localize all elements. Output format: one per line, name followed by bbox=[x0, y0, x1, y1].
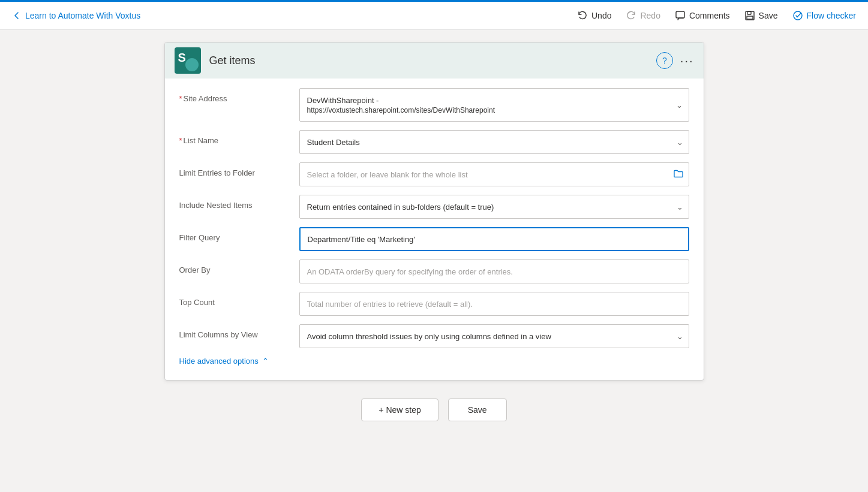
limit-columns-wrapper: Avoid column threshold issues by only us… bbox=[299, 324, 689, 348]
undo-icon bbox=[577, 10, 588, 21]
list-name-wrapper: Student Details ⌄ bbox=[299, 130, 689, 154]
include-nested-select[interactable]: Return entries contained in sub-folders … bbox=[299, 195, 689, 219]
redo-label: Redo bbox=[640, 11, 660, 20]
limit-entries-control bbox=[299, 162, 689, 186]
flow-checker-button[interactable]: Flow checker bbox=[792, 10, 856, 21]
back-icon bbox=[12, 11, 22, 20]
top-count-label: Top Count bbox=[179, 292, 299, 307]
include-nested-label: Include Nested Items bbox=[179, 195, 299, 210]
save-icon bbox=[744, 10, 755, 21]
svg-rect-2 bbox=[747, 11, 751, 14]
site-address-chevron-icon: ⌄ bbox=[676, 101, 683, 110]
site-address-row: *Site Address DevWithSharepoint - https:… bbox=[179, 88, 689, 122]
comments-icon bbox=[675, 10, 686, 21]
limit-columns-label: Limit Columns by View bbox=[179, 324, 299, 339]
limit-entries-input[interactable] bbox=[299, 162, 689, 186]
more-icon: ··· bbox=[680, 54, 694, 67]
svg-rect-3 bbox=[747, 16, 753, 19]
card-header: S Get items ? ··· bbox=[165, 43, 704, 79]
undo-button[interactable]: Undo bbox=[577, 10, 611, 21]
redo-icon bbox=[626, 10, 636, 21]
save-button-bottom[interactable]: Save bbox=[448, 399, 507, 421]
save-button-top[interactable]: Save bbox=[744, 10, 778, 21]
limit-columns-row: Limit Columns by View Avoid column thres… bbox=[179, 324, 689, 348]
card-title: Get items bbox=[209, 55, 656, 67]
top-count-row: Top Count bbox=[179, 292, 689, 316]
back-button[interactable]: Learn to Automate With Voxtus bbox=[12, 11, 140, 20]
filter-query-label: Filter Query bbox=[179, 227, 299, 242]
filter-query-row: Filter Query bbox=[179, 227, 689, 251]
limit-entries-row: Limit Entries to Folder bbox=[179, 162, 689, 186]
order-by-control bbox=[299, 259, 689, 283]
icon-letter: S bbox=[178, 51, 186, 65]
top-count-input[interactable] bbox=[299, 292, 689, 316]
order-by-row: Order By bbox=[179, 259, 689, 283]
card-icon: S bbox=[175, 47, 201, 74]
help-button[interactable]: ? bbox=[656, 52, 673, 69]
limit-entries-label: Limit Entries to Folder bbox=[179, 162, 299, 177]
list-name-label: *List Name bbox=[179, 130, 299, 145]
save-label-top: Save bbox=[759, 11, 778, 20]
hide-advanced-chevron-icon: ⌃ bbox=[262, 357, 269, 366]
include-nested-control: Return entries contained in sub-folders … bbox=[299, 195, 689, 219]
top-count-control bbox=[299, 292, 689, 316]
app-title: Learn to Automate With Voxtus bbox=[25, 11, 140, 20]
order-by-input[interactable] bbox=[299, 259, 689, 283]
site-address-line2: https://voxtustech.sharepoint.com/sites/… bbox=[307, 106, 667, 114]
include-nested-wrapper: Return entries contained in sub-folders … bbox=[299, 195, 689, 219]
icon-circle bbox=[185, 58, 199, 71]
site-address-label: *Site Address bbox=[179, 88, 299, 103]
filter-query-control bbox=[299, 227, 689, 251]
flow-checker-icon bbox=[792, 10, 803, 21]
hide-advanced-label: Hide advanced options bbox=[179, 357, 259, 366]
bottom-actions: + New step Save bbox=[361, 399, 506, 433]
hide-advanced-button[interactable]: Hide advanced options ⌃ bbox=[179, 357, 689, 366]
include-nested-row: Include Nested Items Return entries cont… bbox=[179, 195, 689, 219]
limit-columns-select[interactable]: Avoid column threshold issues by only us… bbox=[299, 324, 689, 348]
get-items-card: S Get items ? ··· *Site Address bbox=[164, 42, 704, 381]
undo-label: Undo bbox=[591, 11, 611, 20]
svg-point-4 bbox=[794, 11, 802, 20]
flow-checker-label: Flow checker bbox=[807, 11, 856, 20]
topbar: Learn to Automate With Voxtus Undo Redo … bbox=[0, 0, 868, 30]
redo-button[interactable]: Redo bbox=[626, 10, 660, 21]
svg-rect-0 bbox=[676, 11, 684, 18]
more-button[interactable]: ··· bbox=[680, 54, 694, 68]
main-content: S Get items ? ··· *Site Address bbox=[0, 30, 868, 492]
list-name-select[interactable]: Student Details bbox=[299, 130, 689, 154]
order-by-label: Order By bbox=[179, 259, 299, 274]
filter-query-input[interactable] bbox=[299, 227, 689, 251]
limit-entries-wrapper bbox=[299, 162, 689, 186]
limit-columns-control: Avoid column threshold issues by only us… bbox=[299, 324, 689, 348]
comments-button[interactable]: Comments bbox=[675, 10, 730, 21]
site-address-line1: DevWithSharepoint - bbox=[307, 96, 667, 105]
card-header-actions: ? ··· bbox=[656, 52, 694, 69]
folder-icon bbox=[674, 170, 683, 180]
list-name-row: *List Name Student Details ⌄ bbox=[179, 130, 689, 154]
list-name-control: Student Details ⌄ bbox=[299, 130, 689, 154]
site-address-field[interactable]: DevWithSharepoint - https://voxtustech.s… bbox=[299, 88, 689, 122]
comments-label: Comments bbox=[689, 11, 730, 20]
topbar-actions: Undo Redo Comments Save bbox=[577, 10, 856, 21]
site-address-control: DevWithSharepoint - https://voxtustech.s… bbox=[299, 88, 689, 122]
card-body: *Site Address DevWithSharepoint - https:… bbox=[165, 79, 704, 380]
new-step-button[interactable]: + New step bbox=[361, 399, 438, 421]
help-icon: ? bbox=[662, 56, 667, 65]
